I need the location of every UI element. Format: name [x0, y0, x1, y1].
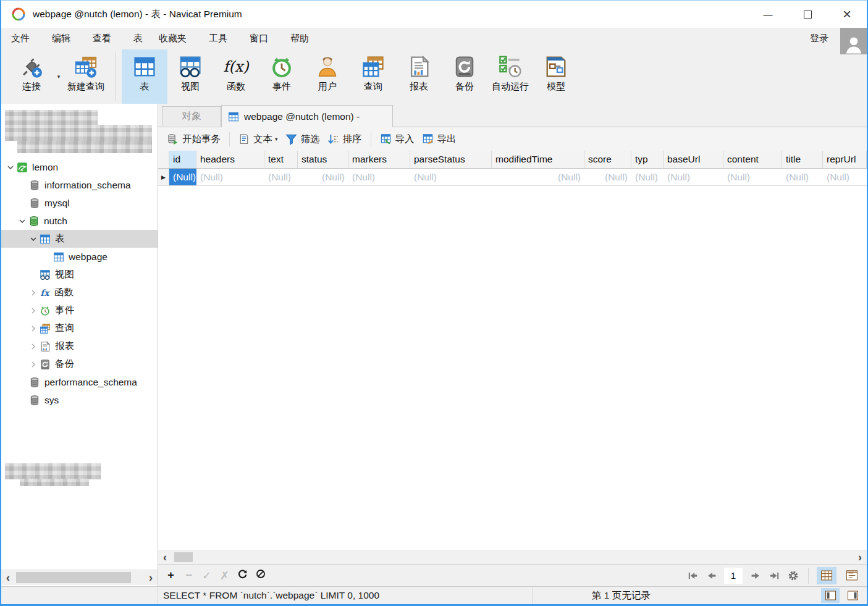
add-record-button[interactable]: +	[162, 569, 180, 582]
toolbar-table-button[interactable]: 表	[122, 49, 167, 104]
cell-score[interactable]: (Null)	[584, 169, 631, 185]
cell-headers[interactable]: (Null)	[196, 169, 264, 185]
connection-dropdown-caret[interactable]: ▾	[54, 49, 63, 104]
chevron-right-icon[interactable]	[29, 360, 38, 369]
next-page-button[interactable]	[748, 571, 762, 581]
tree-item-lemon[interactable]: lemon	[1, 158, 158, 176]
menu-window[interactable]: 窗口	[247, 33, 271, 44]
tree-item-backups[interactable]: 备份	[1, 355, 158, 373]
column-header-title[interactable]: title	[782, 151, 823, 168]
scroll-left-arrow[interactable]: ‹	[158, 551, 172, 563]
column-header-parseStatus[interactable]: parseStatus	[410, 151, 492, 168]
import-button[interactable]: 导入	[376, 133, 418, 146]
cell-status[interactable]: (Null)	[298, 169, 348, 185]
cell-text[interactable]: (Null)	[264, 169, 298, 185]
tree-item-reports[interactable]: 报表	[1, 337, 158, 355]
first-page-button[interactable]	[686, 571, 699, 581]
tree-item-performance-schema[interactable]: performance_schema	[1, 373, 158, 391]
chevron-down-icon[interactable]	[6, 163, 15, 172]
page-number-input[interactable]: 1	[724, 568, 743, 584]
scrollbar-thumb[interactable]	[174, 552, 193, 562]
begin-transaction-button[interactable]: 开始事务	[163, 133, 224, 146]
tab-webpage-active[interactable]: webpage @nutch (lemon) -	[221, 105, 393, 127]
column-header-headers[interactable]: headers	[196, 151, 264, 168]
toolbar-model-button[interactable]: 模型	[533, 49, 579, 104]
toggle-right-panel-button[interactable]	[843, 588, 862, 603]
chevron-right-icon[interactable]	[29, 306, 38, 315]
chevron-right-icon[interactable]	[29, 324, 38, 333]
previous-page-button[interactable]	[705, 571, 718, 581]
chevron-down-icon[interactable]	[29, 235, 38, 243]
scroll-left-arrow[interactable]: ‹	[1, 571, 15, 584]
tree-item-tables[interactable]: 表	[1, 230, 158, 248]
cell-title[interactable]: (Null)	[782, 169, 823, 185]
refresh-button[interactable]	[234, 569, 251, 583]
minimize-button[interactable]: —	[748, 1, 788, 28]
settings-gear-button[interactable]	[786, 571, 800, 581]
tree-item-events[interactable]: 事件	[1, 301, 158, 319]
column-header-text[interactable]: text	[264, 151, 298, 168]
cell-modifiedTime[interactable]: (Null)	[492, 169, 584, 185]
sidebar-horizontal-scrollbar[interactable]: ‹ ›	[1, 570, 158, 585]
form-view-button[interactable]	[842, 567, 862, 584]
menu-view[interactable]: 查看	[90, 33, 114, 44]
scrollbar-thumb[interactable]	[16, 572, 131, 583]
grid-horizontal-scrollbar[interactable]: ‹ ›	[158, 550, 867, 564]
caret-down-icon[interactable]: ▾	[275, 136, 278, 142]
cell-content[interactable]: (Null)	[723, 169, 782, 185]
toolbar-view-button[interactable]: 视图	[167, 49, 213, 104]
column-header-typ[interactable]: typ	[631, 151, 664, 168]
tree-item-nutch[interactable]: nutch	[1, 212, 158, 230]
scroll-right-arrow[interactable]: ›	[853, 551, 867, 563]
toolbar-new-query-button[interactable]: 新建查询	[63, 49, 109, 104]
toolbar-query-button[interactable]: 查询	[350, 49, 396, 104]
avatar[interactable]	[840, 28, 867, 54]
menu-edit[interactable]: 编辑	[49, 33, 73, 44]
tree-item-queries[interactable]: 查询	[1, 319, 158, 337]
menu-help[interactable]: 帮助	[288, 33, 311, 44]
column-header-status[interactable]: status	[298, 151, 348, 168]
grid-view-button[interactable]	[817, 567, 836, 584]
tab-objects[interactable]: 对象	[162, 106, 221, 126]
last-page-button[interactable]	[767, 571, 781, 581]
column-header-score[interactable]: score	[584, 151, 631, 168]
export-button[interactable]: 导出	[418, 133, 460, 146]
text-mode-button[interactable]: 文本 ▾	[235, 133, 282, 146]
apply-changes-button[interactable]: ✓	[198, 569, 216, 583]
tree-item-views[interactable]: 视图	[1, 266, 158, 284]
chevron-right-icon[interactable]	[29, 288, 38, 297]
tree-item-webpage[interactable]: webpage	[1, 248, 158, 266]
toggle-left-panel-button[interactable]	[821, 588, 840, 603]
cell-reprUrl[interactable]: (Null)	[823, 169, 867, 185]
sort-button[interactable]: 排序	[324, 133, 366, 146]
close-button[interactable]: ×	[827, 1, 867, 28]
tree-item-mysql[interactable]: mysql	[1, 194, 158, 212]
column-header-markers[interactable]: markers	[348, 151, 410, 168]
menu-tools[interactable]: 工具	[206, 33, 230, 44]
filter-button[interactable]: 筛选	[282, 133, 324, 146]
menu-favorites[interactable]: 收藏夹	[156, 33, 189, 44]
cell-typ[interactable]: (Null)	[631, 169, 664, 185]
login-link[interactable]: 登录	[810, 33, 828, 44]
column-header-id[interactable]: id	[169, 151, 196, 168]
toolbar-function-button[interactable]: f(x) 函数	[213, 49, 259, 104]
cell-baseUrl[interactable]: (Null)	[664, 169, 723, 185]
column-header-reprUrl[interactable]: reprUrl	[823, 151, 867, 168]
scroll-right-arrow[interactable]: ›	[144, 571, 158, 584]
column-header-content[interactable]: content	[723, 151, 782, 168]
menu-table[interactable]: 表	[131, 33, 145, 44]
toolbar-event-button[interactable]: 事件	[259, 49, 305, 104]
cell-id[interactable]: (Null)	[169, 169, 196, 185]
toolbar-user-button[interactable]: 用户	[305, 49, 350, 104]
delete-record-button[interactable]: −	[180, 569, 198, 582]
tree-item-functions[interactable]: fx 函数	[1, 284, 158, 301]
toolbar-backup-button[interactable]: 备份	[442, 49, 487, 104]
column-header-baseUrl[interactable]: baseUrl	[664, 151, 723, 168]
toolbar-automation-button[interactable]: 自动运行	[487, 49, 533, 104]
discard-changes-button[interactable]: ✗	[216, 569, 234, 583]
chevron-right-icon[interactable]	[29, 342, 38, 351]
toolbar-report-button[interactable]: 报表	[396, 49, 442, 104]
menu-file[interactable]: 文件	[9, 33, 32, 44]
tree-item-information-schema[interactable]: information_schema	[1, 176, 158, 194]
stop-button[interactable]	[251, 569, 269, 582]
